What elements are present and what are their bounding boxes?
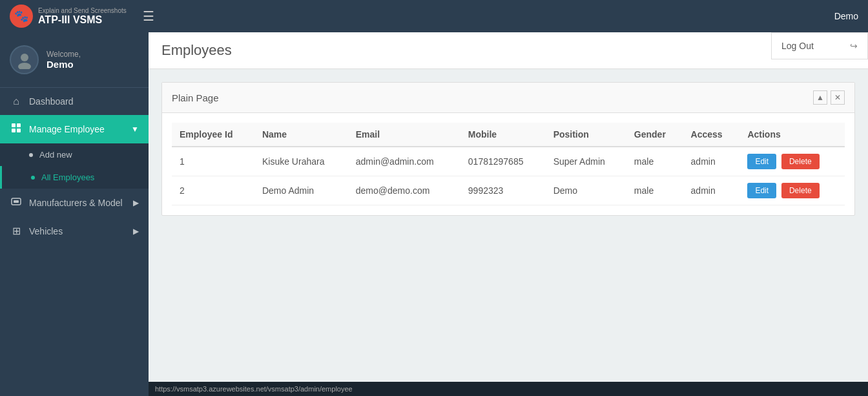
- panel-header: Plain Page ▲ ✕: [162, 83, 854, 113]
- sidebar-item-manage-employee-label: Manage Employee: [29, 124, 105, 134]
- employees-table: Employee Id Name Email Mobile Position G…: [172, 123, 845, 205]
- page-title: Employees: [161, 42, 232, 59]
- table-row: 2 Demo Admin demo@demo.com 9992323 Demo …: [172, 176, 845, 205]
- manufacturers-arrow: ▶: [133, 198, 139, 207]
- sidebar-item-vehicles[interactable]: ⊞ Vehicles ▶: [0, 217, 149, 245]
- content-area: Employees Log Out ↪ Plain Page ▲ ✕: [149, 32, 868, 396]
- col-name: Name: [254, 123, 348, 147]
- svg-rect-2: [12, 123, 16, 127]
- svg-rect-5: [17, 129, 21, 132]
- panel-controls: ▲ ✕: [813, 90, 845, 105]
- cell-email-1: admin@admin.com: [348, 147, 460, 176]
- svg-point-0: [21, 54, 28, 61]
- cell-actions-1: Edit Delete: [739, 147, 845, 176]
- panel-collapse-button[interactable]: ▲: [813, 90, 827, 105]
- svg-rect-4: [12, 129, 16, 132]
- col-gender: Gender: [626, 123, 683, 147]
- topbar-demo-label: Demo: [834, 11, 858, 21]
- sidebar: Welcome, Demo ⌂ Dashboard: [0, 32, 149, 396]
- manage-employee-icon: [10, 123, 23, 136]
- table-row: 1 Kisuke Urahara admin@admin.com 0178129…: [172, 147, 845, 176]
- col-employee-id: Employee Id: [172, 123, 254, 147]
- cell-mobile-1: 01781297685: [460, 147, 546, 176]
- sidebar-item-manage-employee[interactable]: Manage Employee ▼: [0, 115, 149, 143]
- svg-point-1: [18, 63, 31, 69]
- user-name: Demo: [46, 59, 81, 70]
- delete-button-1[interactable]: Delete: [781, 154, 820, 169]
- col-actions: Actions: [739, 123, 845, 147]
- table-head: Employee Id Name Email Mobile Position G…: [172, 123, 845, 147]
- cell-name-2: Demo Admin: [254, 176, 348, 205]
- submenu-all-employees[interactable]: All Employees: [0, 166, 149, 189]
- brand-subtitle: Explain and Send Screenshots: [38, 7, 127, 14]
- submenu-add-new-label: Add new: [39, 150, 72, 160]
- cell-name-1: Kisuke Urahara: [254, 147, 348, 176]
- content-header: Employees Log Out ↪: [149, 32, 868, 69]
- cell-access-2: admin: [683, 176, 740, 205]
- user-info: Welcome, Demo: [46, 50, 81, 70]
- sidebar-user: Welcome, Demo: [0, 32, 149, 88]
- sidebar-item-manufacturers-label: Manufacturers & Model: [29, 198, 123, 208]
- cell-id-1: 1: [172, 147, 254, 176]
- logout-dropdown: Log Out ↪: [771, 32, 868, 59]
- topbar: 🐾 Explain and Send Screenshots ATP-III V…: [0, 0, 868, 32]
- vehicles-arrow: ▶: [133, 227, 139, 236]
- cell-gender-2: male: [626, 176, 683, 205]
- panel: Plain Page ▲ ✕ Employee Id Name Email: [161, 82, 855, 216]
- panel-body: Employee Id Name Email Mobile Position G…: [162, 113, 854, 215]
- panel-title: Plain Page: [172, 92, 219, 103]
- svg-rect-7: [14, 200, 19, 203]
- statusbar-url: https://vsmsatp3.azurewebsites.net/vsmsa…: [155, 385, 353, 393]
- col-access: Access: [683, 123, 740, 147]
- submenu-add-new[interactable]: Add new: [0, 143, 149, 166]
- brand-logo: 🐾: [10, 5, 33, 28]
- edit-button-1[interactable]: Edit: [747, 154, 776, 169]
- cell-id-2: 2: [172, 176, 254, 205]
- delete-button-2[interactable]: Delete: [781, 183, 820, 198]
- brand: 🐾 Explain and Send Screenshots ATP-III V…: [10, 5, 127, 28]
- sidebar-item-manufacturers[interactable]: Manufacturers & Model ▶: [0, 189, 149, 217]
- topbar-left: 🐾 Explain and Send Screenshots ATP-III V…: [10, 5, 161, 28]
- avatar: [10, 45, 39, 74]
- vehicles-icon: ⊞: [10, 225, 23, 237]
- user-welcome: Welcome,: [46, 50, 81, 59]
- manufacturers-icon: [10, 196, 23, 209]
- col-mobile: Mobile: [460, 123, 546, 147]
- content-body: Plain Page ▲ ✕ Employee Id Name Email: [149, 69, 868, 382]
- hamburger-button[interactable]: ☰: [136, 5, 161, 27]
- brand-name: ATP-III VSMS: [38, 14, 102, 25]
- edit-button-2[interactable]: Edit: [747, 183, 776, 198]
- statusbar: https://vsmsatp3.azurewebsites.net/vsmsa…: [149, 382, 868, 396]
- main-layout: Welcome, Demo ⌂ Dashboard: [0, 32, 868, 396]
- sidebar-item-dashboard[interactable]: ⌂ Dashboard: [0, 88, 149, 115]
- cell-email-2: demo@demo.com: [348, 176, 460, 205]
- cell-access-1: admin: [683, 147, 740, 176]
- sub-dot-add-new: [29, 153, 33, 157]
- cell-actions-2: Edit Delete: [739, 176, 845, 205]
- logout-button[interactable]: Log Out ↪: [772, 33, 867, 59]
- cell-position-2: Demo: [546, 176, 626, 205]
- sidebar-item-vehicles-label: Vehicles: [29, 226, 63, 236]
- logout-arrow-icon: ↪: [850, 41, 858, 51]
- logout-label: Log Out: [781, 41, 814, 51]
- table-header-row: Employee Id Name Email Mobile Position G…: [172, 123, 845, 147]
- cell-position-1: Super Admin: [546, 147, 626, 176]
- manage-employee-arrow: ▼: [131, 125, 139, 134]
- submenu-all-employees-label: All Employees: [41, 172, 94, 182]
- cell-mobile-2: 9992323: [460, 176, 546, 205]
- brand-name-block: Explain and Send Screenshots ATP-III VSM…: [38, 7, 127, 26]
- cell-gender-1: male: [626, 147, 683, 176]
- sidebar-item-dashboard-label: Dashboard: [29, 96, 74, 107]
- sub-dot-all-employees: [31, 176, 35, 180]
- sidebar-nav: ⌂ Dashboard Manage Employee ▼: [0, 88, 149, 396]
- table-body: 1 Kisuke Urahara admin@admin.com 0178129…: [172, 147, 845, 205]
- panel-close-button[interactable]: ✕: [831, 90, 845, 105]
- col-email: Email: [348, 123, 460, 147]
- col-position: Position: [546, 123, 626, 147]
- svg-rect-3: [17, 123, 21, 127]
- topbar-right: Demo: [834, 11, 858, 21]
- manage-employee-submenu: Add new All Employees: [0, 143, 149, 189]
- dashboard-icon: ⌂: [10, 96, 23, 107]
